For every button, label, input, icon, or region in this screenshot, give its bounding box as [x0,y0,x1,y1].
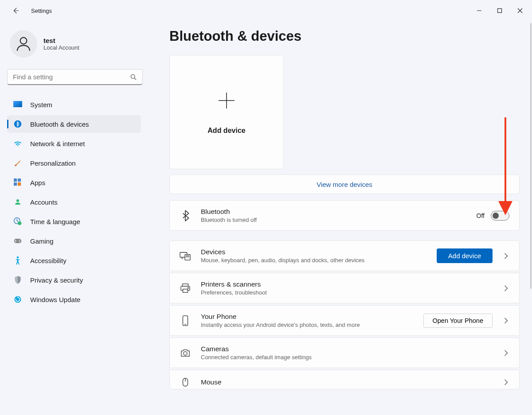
svg-rect-25 [185,254,190,260]
user-subtitle: Local Account [43,44,79,51]
phone-title: Your Phone [201,313,414,321]
user-name: test [43,37,79,44]
back-arrow-icon [12,7,20,15]
avatar [10,30,37,58]
nav-item-bluetooth-devices[interactable]: Bluetooth & devices [7,115,141,133]
svg-point-19 [19,241,20,242]
nav-item-system[interactable]: System [7,96,141,113]
nav-label: Time & language [30,218,80,225]
svg-point-32 [188,287,189,288]
nav-item-personalization[interactable]: Personalization [7,154,141,172]
system-icon [13,100,22,109]
search-input[interactable] [7,69,143,85]
apps-icon [13,178,22,187]
devices-title: Devices [201,248,427,256]
svg-line-6 [134,78,136,80]
svg-rect-1 [498,9,502,13]
nav-label: Network & internet [30,140,85,147]
add-device-tile[interactable]: Add device [169,55,284,169]
nav-item-apps[interactable]: Apps [7,174,141,191]
content-area: Bluetooth & devices Add device View more… [146,21,532,415]
bluetooth-subtitle: Bluetooth is turned off [201,217,467,223]
nav-item-privacy-security[interactable]: Privacy & security [7,271,141,289]
cameras-title: Cameras [201,345,493,353]
nav-label: Bluetooth & devices [30,120,89,128]
nav-label: Personalization [30,159,76,167]
minimize-icon [477,8,482,13]
printers-subtitle: Preferences, troubleshoot [201,289,493,296]
update-icon [13,295,22,304]
svg-rect-11 [18,178,21,182]
cameras-row[interactable]: Cameras Connected cameras, default image… [169,337,520,368]
nav-item-accounts[interactable]: Accounts [7,193,141,211]
camera-icon [180,349,191,357]
nav-label: Gaming [30,237,54,245]
bluetooth-icon [13,120,22,128]
shield-icon [13,275,22,284]
add-device-label: Add device [207,127,245,135]
cameras-subtitle: Connected cameras, default image setting… [201,354,493,361]
svg-point-14 [16,199,19,202]
svg-rect-13 [18,182,21,186]
view-more-label: View more devices [317,181,372,188]
svg-point-28 [182,258,182,258]
window-title: Settings [31,8,52,14]
accounts-icon [13,198,22,206]
chevron-right-icon [502,350,509,356]
devices-icon [180,251,191,261]
printer-icon [180,283,191,293]
svg-rect-12 [14,182,17,186]
close-button[interactable] [510,3,530,19]
wifi-icon [13,139,22,148]
minimize-button[interactable] [469,3,489,19]
your-phone-row[interactable]: Your Phone Instantly access your Android… [169,305,520,336]
nav-item-time-language[interactable]: Time & language [7,213,141,230]
bluetooth-title: Bluetooth [201,208,467,216]
bluetooth-glyph-icon [180,210,191,221]
svg-point-35 [184,351,187,355]
open-your-phone-button[interactable]: Open Your Phone [423,314,493,328]
svg-rect-8 [13,101,22,107]
chevron-right-icon [502,285,509,291]
page-title: Bluetooth & devices [169,28,521,44]
bluetooth-toggle[interactable] [491,211,509,221]
printers-row[interactable]: Printers & scanners Preferences, trouble… [169,273,520,303]
nav-label: System [30,101,52,109]
devices-row[interactable]: Devices Mouse, keyboard, pen, audio, dis… [169,240,520,271]
sidebar: test Local Account System Bluetooth & de… [0,21,146,415]
svg-point-20 [17,256,19,259]
bluetooth-toggle-label: Off [477,212,485,219]
search-icon [130,74,137,81]
svg-rect-29 [183,283,188,286]
svg-point-4 [20,38,27,44]
chevron-right-icon [502,318,509,324]
nav-item-gaming[interactable]: Gaming [7,232,141,250]
clock-globe-icon [13,217,22,226]
gamepad-icon [13,237,22,245]
user-block[interactable]: test Local Account [7,27,141,66]
svg-point-18 [19,240,20,241]
nav-item-network[interactable]: Network & internet [7,135,141,152]
nav-list: System Bluetooth & devices Network & int… [7,96,141,308]
chevron-right-icon [502,253,509,259]
nav-label: Accessibility [30,257,66,264]
person-icon [14,35,33,53]
nav-item-accessibility[interactable]: Accessibility [7,252,141,269]
svg-rect-31 [183,289,188,292]
close-icon [517,8,523,13]
search-field[interactable] [13,73,130,81]
add-device-button[interactable]: Add device [437,248,493,263]
bluetooth-card: Bluetooth Bluetooth is turned off Off [169,200,520,231]
phone-subtitle: Instantly access your Android device's p… [201,322,414,328]
nav-item-windows-update[interactable]: Windows Update [7,291,141,308]
mouse-title: Mouse [201,378,493,386]
mouse-row[interactable]: Mouse [169,370,520,389]
maximize-icon [497,8,502,13]
back-button[interactable] [8,3,23,18]
view-more-devices-button[interactable]: View more devices [169,175,520,194]
mouse-icon [180,377,191,387]
accessibility-icon [13,256,22,265]
maximize-button[interactable] [489,3,510,19]
scrollbar[interactable] [530,23,532,289]
chevron-right-icon [502,379,509,385]
